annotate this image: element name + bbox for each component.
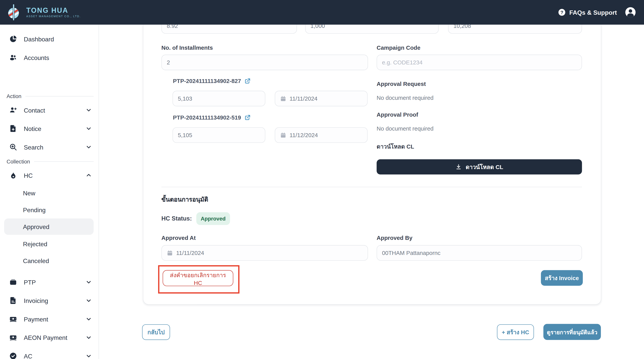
check-circle-icon	[9, 352, 17, 359]
ptp-date-value: 11/11/2024	[290, 95, 317, 102]
approved-at-label: Approved At	[162, 234, 196, 241]
user-avatar-icon[interactable]	[624, 6, 637, 18]
sidebar-item-label: Search	[24, 143, 43, 150]
sidebar-item-label: AEON Payment	[24, 334, 67, 341]
banknote-icon	[9, 315, 17, 323]
sidebar-section-collection: Collection	[6, 158, 94, 165]
search-plus-icon	[9, 143, 17, 151]
pie-chart-icon	[9, 35, 17, 43]
chevron-down-icon	[85, 125, 92, 132]
approved-at-input[interactable]: 11/11/2024	[162, 245, 368, 261]
sidebar-item-aeon-payment[interactable]: AEON Payment	[4, 329, 94, 346]
chevron-down-icon	[85, 316, 92, 322]
main-content: No. of Installments Campaign Code PTP-20…	[98, 24, 644, 359]
sidebar-item-label: HC	[24, 172, 33, 179]
sidebar-item-label: Accounts	[24, 54, 49, 61]
section-divider	[162, 187, 582, 187]
ptp-date-value: 11/12/2024	[290, 132, 318, 138]
file-plus-icon	[9, 124, 17, 132]
chevron-up-icon	[85, 172, 92, 179]
external-link-icon[interactable]	[244, 114, 250, 120]
ptp-link-2[interactable]: PTP-20241111134902-519	[173, 114, 250, 121]
sidebar-item-dashboard[interactable]: Dashboard	[4, 31, 94, 47]
approved-by-input[interactable]	[376, 245, 582, 261]
sidebar-item-label: Notice	[24, 125, 41, 132]
sidebar-item-ac[interactable]: AC	[4, 348, 94, 359]
ptp-id: PTP-20241111134902-519	[173, 114, 241, 121]
chevron-down-icon	[85, 334, 92, 341]
sidebar-section-action: Action	[6, 93, 94, 99]
campaign-code-input[interactable]	[376, 54, 582, 70]
installments-label: No. of Installments	[162, 44, 213, 51]
campaign-code-label: Campaign Code	[376, 44, 420, 51]
sidebar-subitem-hc-canceled[interactable]: Canceled	[4, 252, 94, 269]
approval-request-label: Approval Request	[376, 80, 426, 87]
approval-request-note: No document required	[376, 94, 434, 101]
sidebar-item-label: Dashboard	[24, 35, 54, 42]
brand-subtitle: ASSET MANAGEMENT CO., LTD.	[26, 15, 81, 18]
installments-input[interactable]	[162, 54, 368, 70]
external-link-icon[interactable]	[244, 78, 250, 84]
calendar-icon	[280, 95, 286, 101]
help-icon: ?	[558, 8, 566, 16]
sidebar-item-hc[interactable]: HC	[4, 167, 94, 184]
sidebar-item-accounts[interactable]: Accounts	[4, 49, 94, 66]
approved-by-label: Approved By	[376, 234, 412, 241]
approval-proof-note: No document required	[376, 125, 434, 132]
view-approved-button[interactable]: ดูรายการที่อนุมัติแล้ว	[544, 324, 601, 340]
ptp-date-input-2[interactable]: 11/12/2024	[275, 127, 368, 143]
chevron-down-icon	[85, 279, 92, 285]
sidebar-subitem-hc-new[interactable]: New	[4, 185, 94, 201]
download-icon	[455, 164, 462, 170]
approved-at-value: 11/11/2024	[176, 250, 204, 256]
top-header: TONG HUA ASSET MANAGEMENT CO., LTD. ? FA…	[0, 0, 644, 24]
brand-logo[interactable]: TONG HUA ASSET MANAGEMENT CO., LTD.	[6, 4, 81, 21]
sidebar-subitem-hc-rejected[interactable]: Rejected	[4, 236, 94, 252]
total-field[interactable]	[448, 24, 582, 34]
ptp-date-input-1[interactable]: 11/11/2024	[275, 91, 368, 106]
amount-field[interactable]	[305, 24, 439, 34]
ptp-id: PTP-20241111134902-827	[173, 77, 241, 84]
sidebar-item-label: PTP	[24, 279, 36, 286]
faqs-support-link[interactable]: ? FAQs & Support	[558, 8, 617, 16]
ptp-link-1[interactable]: PTP-20241111134902-827	[173, 77, 250, 84]
svg-text:?: ?	[560, 10, 563, 15]
sidebar-nav: Dashboard Accounts Action Contact Notice…	[0, 24, 99, 359]
sidebar-item-ptp[interactable]: PTP	[4, 274, 94, 290]
ptp-amount-input-1[interactable]	[172, 91, 265, 106]
sidebar-item-label: Contact	[24, 107, 45, 113]
cancel-hc-request-button[interactable]: ส่งคำขอยกเลิกรายการ HC	[162, 270, 233, 286]
sidebar-item-search[interactable]: Search	[4, 139, 94, 155]
calendar-icon	[167, 250, 173, 256]
create-hc-button[interactable]: + สร้าง HC	[497, 324, 534, 340]
sidebar-item-invoicing[interactable]: Invoicing	[4, 292, 94, 309]
hc-status-badge: Approved	[196, 212, 230, 225]
sidebar-item-payment[interactable]: Payment	[4, 311, 94, 327]
flame-icon	[9, 171, 17, 179]
users-icon	[9, 53, 17, 61]
create-invoice-button[interactable]: สร้าง Invoice	[541, 270, 583, 286]
sidebar-item-notice[interactable]: Notice	[4, 120, 94, 137]
approval-proof-label: Approval Proof	[376, 111, 418, 118]
wallet-icon	[9, 278, 17, 286]
faqs-support-label: FAQs & Support	[569, 9, 617, 16]
brand-title: TONG HUA	[26, 7, 81, 14]
sidebar-item-label: AC	[24, 353, 32, 359]
chevron-down-icon	[85, 144, 92, 150]
hc-detail-card: No. of Installments Campaign Code PTP-20…	[143, 24, 602, 305]
sidebar-subitem-hc-approved[interactable]: Approved	[4, 218, 94, 235]
sidebar-item-contact[interactable]: Contact	[4, 102, 94, 118]
chevron-down-icon	[85, 297, 92, 304]
back-button[interactable]: กลับไป	[142, 324, 170, 340]
sidebar-subitem-hc-pending[interactable]: Pending	[4, 202, 94, 218]
chevron-down-icon	[85, 107, 92, 113]
download-cl-label: ดาวน์โหลด CL	[376, 142, 414, 151]
rate-field[interactable]	[162, 24, 297, 34]
download-cl-button[interactable]: ดาวน์โหลด CL	[376, 159, 582, 175]
calendar-icon	[280, 132, 286, 138]
sidebar-item-label: Invoicing	[24, 297, 48, 304]
banknote-icon	[9, 333, 17, 342]
user-plus-icon	[9, 106, 17, 114]
download-cl-button-label: ดาวน์โหลด CL	[466, 162, 503, 171]
ptp-amount-input-2[interactable]	[172, 127, 265, 143]
